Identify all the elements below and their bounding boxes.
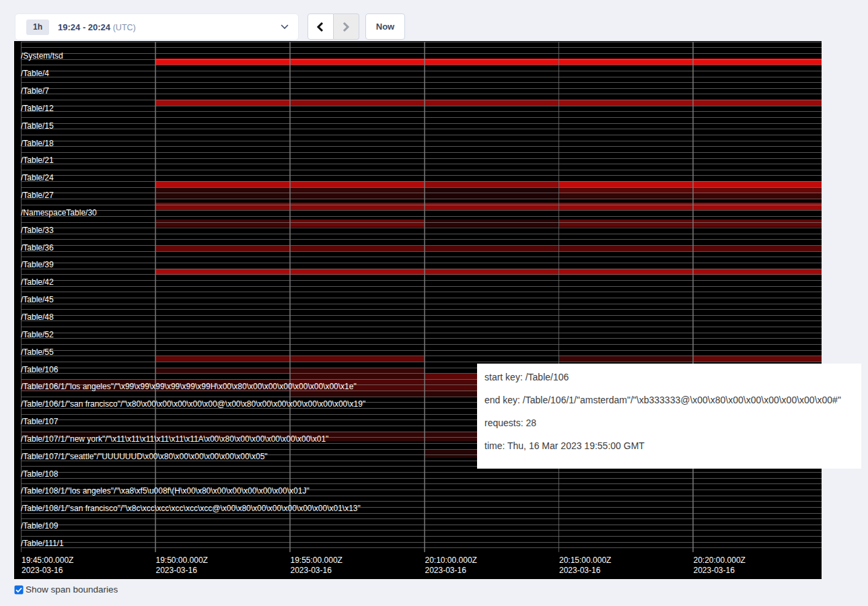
svg-text:19:45:00.000Z: 19:45:00.000Z bbox=[22, 556, 73, 565]
svg-text:/Table/33: /Table/33 bbox=[21, 226, 54, 235]
svg-text:2023-03-16: 2023-03-16 bbox=[291, 566, 332, 575]
svg-text:/Table/106/1/"san francisco"/": /Table/106/1/"san francisco"/"\x80\x00\x… bbox=[21, 399, 365, 409]
svg-text:/Table/107/1/"seattle"/"UUUUUU: /Table/107/1/"seattle"/"UUUUUUD\x00\x80\… bbox=[21, 452, 268, 461]
svg-text:2023-03-16: 2023-03-16 bbox=[694, 566, 735, 575]
svg-text:/NamespaceTable/30: /NamespaceTable/30 bbox=[21, 208, 97, 217]
svg-text:/Table/108: /Table/108 bbox=[21, 469, 59, 479]
svg-text:19:50:00.000Z: 19:50:00.000Z bbox=[156, 556, 208, 565]
svg-text:/Table/7: /Table/7 bbox=[21, 86, 49, 96]
svg-text:2023-03-16: 2023-03-16 bbox=[156, 566, 198, 575]
svg-text:/Table/108/1/"san francisco"/": /Table/108/1/"san francisco"/"\x8c\xcc\x… bbox=[21, 504, 361, 513]
svg-text:2023-03-16: 2023-03-16 bbox=[425, 566, 467, 575]
svg-text:/Table/27: /Table/27 bbox=[21, 191, 54, 200]
svg-text:20:20:00.000Z: 20:20:00.000Z bbox=[694, 556, 746, 565]
svg-text:/Table/106/1/"los angeles"/"\x: /Table/106/1/"los angeles"/"\x99\x99\x99… bbox=[21, 382, 357, 391]
svg-text:/Table/106: /Table/106 bbox=[21, 365, 59, 374]
svg-text:/Table/52: /Table/52 bbox=[21, 330, 54, 339]
svg-text:/Table/24: /Table/24 bbox=[21, 173, 54, 182]
svg-text:/Table/107: /Table/107 bbox=[21, 417, 59, 426]
svg-text:20:15:00.000Z: 20:15:00.000Z bbox=[559, 556, 611, 565]
svg-text:/Table/55: /Table/55 bbox=[21, 347, 54, 357]
svg-text:/Table/4: /Table/4 bbox=[21, 69, 49, 78]
svg-text:/Table/111/1: /Table/111/1 bbox=[21, 539, 64, 548]
svg-text:/Table/48: /Table/48 bbox=[21, 312, 54, 322]
svg-text:/Table/108/1/"los angeles"/"\x: /Table/108/1/"los angeles"/"\xa8\xf5\u00… bbox=[21, 486, 310, 496]
svg-text:/Table/107/1/"new york"/"\x11\: /Table/107/1/"new york"/"\x11\x11\x11\x1… bbox=[21, 434, 328, 444]
svg-text:/Table/109: /Table/109 bbox=[21, 521, 59, 531]
svg-text:/System/tsd: /System/tsd bbox=[21, 51, 63, 61]
svg-text:/Table/36: /Table/36 bbox=[21, 243, 54, 252]
svg-text:/Table/45: /Table/45 bbox=[21, 295, 54, 304]
svg-text:2023-03-16: 2023-03-16 bbox=[22, 566, 63, 575]
svg-text:/Table/12: /Table/12 bbox=[21, 104, 54, 113]
svg-text:/Table/42: /Table/42 bbox=[21, 277, 54, 287]
svg-text:2023-03-16: 2023-03-16 bbox=[559, 566, 601, 575]
svg-text:/Table/18: /Table/18 bbox=[21, 139, 54, 148]
svg-text:19:55:00.000Z: 19:55:00.000Z bbox=[291, 556, 342, 565]
svg-text:/Table/21: /Table/21 bbox=[21, 156, 54, 165]
svg-text:20:10:00.000Z: 20:10:00.000Z bbox=[425, 556, 477, 565]
svg-text:/Table/39: /Table/39 bbox=[21, 260, 54, 269]
svg-text:/Table/15: /Table/15 bbox=[21, 121, 54, 131]
